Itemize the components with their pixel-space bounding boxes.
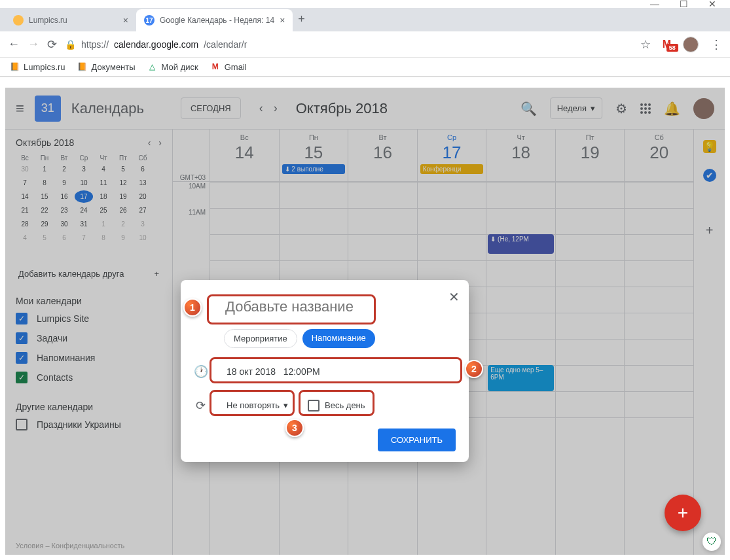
mini-day[interactable]: 23 xyxy=(55,204,73,217)
mini-day[interactable]: 13 xyxy=(134,177,152,189)
repeat-dropdown[interactable]: Не повторять ▾ xyxy=(219,395,296,415)
new-tab-button[interactable]: + xyxy=(293,7,310,31)
back-button[interactable]: ← xyxy=(8,37,20,51)
type-event-chip[interactable]: Мероприятие xyxy=(224,329,297,348)
mini-day[interactable]: 14 xyxy=(16,190,34,203)
my-calendars-title[interactable]: Мои календари xyxy=(16,296,162,306)
other-calendars-title[interactable]: Другие календари xyxy=(16,402,162,412)
day-column-header[interactable]: Ср17Конференци xyxy=(417,130,486,181)
mini-day[interactable]: 1 xyxy=(35,163,54,175)
day-column-header[interactable]: Чт18 xyxy=(486,130,555,181)
mini-day[interactable]: 30 xyxy=(55,218,73,230)
notifications-icon[interactable]: 🔔 xyxy=(664,101,680,116)
mini-next-button[interactable]: › xyxy=(158,137,162,148)
type-reminder-chip[interactable]: Напоминание xyxy=(302,329,375,348)
mini-day[interactable]: 18 xyxy=(94,190,113,203)
gmail-ext-icon[interactable]: M 58 xyxy=(663,39,671,50)
add-addon-icon[interactable]: + xyxy=(703,224,716,237)
mini-day[interactable]: 30 xyxy=(16,163,34,175)
title-input[interactable] xyxy=(224,296,381,319)
mini-day[interactable]: 7 xyxy=(16,177,34,189)
bookmark-star-icon[interactable]: ☆ xyxy=(640,37,651,52)
settings-icon[interactable]: ⚙ xyxy=(615,101,627,116)
tab-close-icon[interactable]: × xyxy=(280,15,285,26)
bookmark-docs[interactable]: 📙Документы xyxy=(77,61,136,72)
mini-day[interactable]: 2 xyxy=(55,163,73,175)
grid-column[interactable]: ⬇ (Не, 12PMЕще одно мер 5–6PM xyxy=(486,182,555,555)
allday-event[interactable]: ⬇ 2 выполне xyxy=(282,164,346,174)
day-column-header[interactable]: Вт16 xyxy=(348,130,417,181)
mini-day[interactable]: 8 xyxy=(35,177,54,189)
mini-day[interactable]: 21 xyxy=(16,204,34,217)
mini-prev-button[interactable]: ‹ xyxy=(148,137,151,148)
forward-button[interactable]: → xyxy=(27,37,39,51)
browser-menu-icon[interactable]: ⋮ xyxy=(710,37,722,52)
mini-calendar[interactable]: ВсПнВтСрЧтПтСб30123456789101112131415161… xyxy=(16,154,162,244)
reload-button[interactable]: ⟳ xyxy=(47,37,57,52)
tab-calendar[interactable]: 17 Google Календарь - Неделя: 14 × xyxy=(136,9,293,31)
mini-day[interactable]: 2 xyxy=(114,218,132,230)
mini-day[interactable]: 6 xyxy=(134,163,152,175)
mini-day[interactable]: 6 xyxy=(55,232,73,244)
tasks-icon[interactable]: ✔ xyxy=(703,169,716,182)
shield-icon[interactable]: 🛡 xyxy=(703,533,721,551)
mini-day[interactable]: 26 xyxy=(114,204,132,217)
mini-day[interactable]: 11 xyxy=(94,177,113,189)
window-maximize[interactable]: ☐ xyxy=(679,0,688,9)
mini-day[interactable]: 20 xyxy=(134,190,152,203)
datetime-field[interactable]: 18 окт 2018 12:00PM xyxy=(219,361,456,382)
apps-grid-icon[interactable] xyxy=(640,103,651,114)
mini-day[interactable]: 8 xyxy=(94,232,113,244)
mini-day[interactable]: 17 xyxy=(75,190,93,203)
mini-day[interactable]: 27 xyxy=(134,204,152,217)
window-close[interactable]: ✕ xyxy=(708,0,717,9)
mini-day[interactable]: 19 xyxy=(114,190,132,203)
mini-day[interactable]: 22 xyxy=(35,204,54,217)
today-button[interactable]: СЕГОДНЯ xyxy=(181,97,241,119)
create-fab[interactable]: + xyxy=(665,495,701,531)
calendar-event[interactable]: ⬇ (Не, 12PM xyxy=(488,234,554,254)
bookmark-lumpics[interactable]: 📙Lumpics.ru xyxy=(9,61,65,72)
mini-day[interactable]: 24 xyxy=(75,204,93,217)
menu-icon[interactable]: ≡ xyxy=(16,100,24,117)
mini-day[interactable]: 7 xyxy=(75,232,93,244)
profile-avatar[interactable] xyxy=(683,37,699,52)
mini-day[interactable]: 29 xyxy=(35,218,54,230)
day-column-header[interactable]: Вс14 xyxy=(210,130,279,181)
mini-day[interactable]: 3 xyxy=(75,163,93,175)
keep-icon[interactable]: 💡 xyxy=(703,140,716,153)
calendar-item[interactable]: ✓Contacts xyxy=(16,372,162,383)
mini-day[interactable]: 9 xyxy=(114,232,132,244)
url-input[interactable]: 🔒 https://calendar.google.com/calendar/r xyxy=(65,39,632,50)
mini-day[interactable]: 4 xyxy=(94,163,113,175)
tab-lumpics[interactable]: Lumpics.ru × xyxy=(5,9,136,31)
mini-day[interactable]: 25 xyxy=(94,204,113,217)
mini-day[interactable]: 3 xyxy=(134,218,152,230)
all-day-checkbox[interactable]: Весь день xyxy=(308,400,365,411)
grid-column[interactable] xyxy=(555,182,625,555)
view-selector[interactable]: Неделя ▾ xyxy=(550,97,602,119)
mini-day[interactable]: 10 xyxy=(75,177,93,189)
prev-week-button[interactable]: ‹ xyxy=(259,101,263,115)
calendar-event[interactable]: Еще одно мер 5–6PM xyxy=(488,365,554,391)
mini-day[interactable]: 5 xyxy=(35,232,54,244)
mini-day[interactable]: 4 xyxy=(16,232,34,244)
search-icon[interactable]: 🔍 xyxy=(520,101,537,116)
next-week-button[interactable]: › xyxy=(274,101,278,115)
mini-day[interactable]: 1 xyxy=(94,218,113,230)
calendar-item[interactable]: ✓Задачи xyxy=(16,332,162,344)
mini-day[interactable]: 31 xyxy=(75,218,93,230)
footer-links[interactable]: Условия – Конфиденциальность xyxy=(16,542,124,550)
calendar-item[interactable]: Праздники Украины xyxy=(16,419,162,430)
mini-day[interactable]: 28 xyxy=(16,218,34,230)
mini-day[interactable]: 12 xyxy=(114,177,132,189)
bookmark-gmail[interactable]: MGmail xyxy=(210,61,247,72)
add-calendar-button[interactable]: Добавить календарь друга + xyxy=(16,262,162,285)
mini-day[interactable]: 10 xyxy=(134,232,152,244)
bookmark-drive[interactable]: △Мой диск xyxy=(147,61,198,72)
calendar-item[interactable]: ✓Lumpics Site xyxy=(16,313,162,324)
mini-day[interactable]: 15 xyxy=(35,190,54,203)
mini-day[interactable]: 9 xyxy=(55,177,73,189)
day-column-header[interactable]: Сб20 xyxy=(624,130,693,181)
save-button[interactable]: СОХРАНИТЬ xyxy=(378,429,456,451)
